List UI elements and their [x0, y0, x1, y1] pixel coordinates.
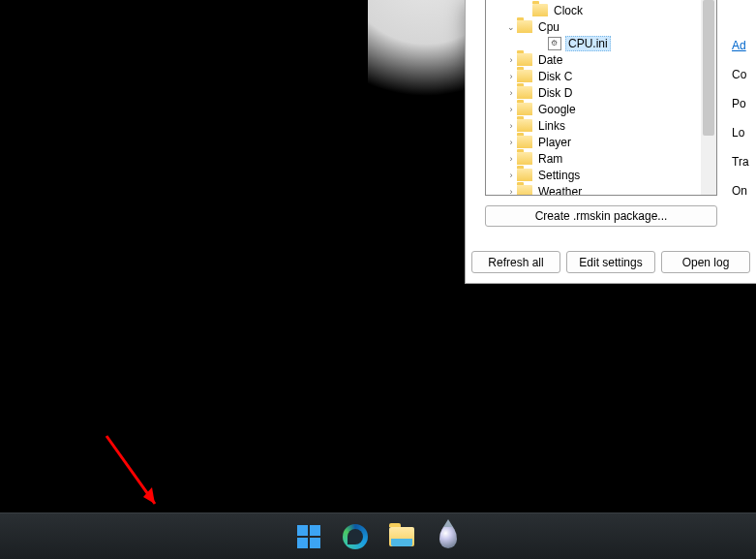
- svg-marker-1: [143, 487, 155, 504]
- tree-item-label: Weather: [536, 185, 584, 197]
- tree-item-google[interactable]: ›Google: [486, 101, 716, 117]
- folder-icon: [517, 20, 532, 33]
- annotation-arrow: [102, 431, 169, 518]
- folder-icon: [517, 152, 532, 165]
- expander-icon[interactable]: ⌄: [505, 22, 517, 32]
- tree-item-weather[interactable]: ›Weather: [486, 183, 716, 196]
- folder-icon: [517, 103, 532, 115]
- edit-settings-button[interactable]: Edit settings: [566, 251, 655, 273]
- tree-item-links[interactable]: ›Links: [486, 117, 716, 134]
- expander-icon[interactable]: ›: [505, 105, 517, 114]
- tree-item-label: Disk D: [536, 86, 574, 100]
- ini-file-icon: [548, 37, 561, 50]
- coordinates-label: Co: [732, 68, 749, 97]
- folder-icon: [517, 86, 532, 99]
- expander-icon[interactable]: ›: [505, 138, 517, 147]
- dialog-bottom-buttons: Refresh all Edit settings Open log: [471, 251, 750, 273]
- active-link-label[interactable]: Ad: [732, 39, 749, 68]
- start-button[interactable]: [289, 517, 328, 556]
- expander-icon[interactable]: ›: [505, 88, 517, 98]
- folder-icon: [517, 136, 532, 148]
- tree-item-label: Player: [536, 136, 573, 149]
- scrollbar-thumb[interactable]: [703, 0, 714, 136]
- tree-item-label: Google: [536, 103, 578, 116]
- taskbar: [0, 512, 756, 559]
- tree-item-label: Ram: [536, 152, 564, 166]
- transparency-label: Tra: [732, 155, 749, 184]
- edge-button[interactable]: [336, 517, 375, 556]
- rainmeter-button[interactable]: [429, 517, 468, 556]
- tree-item-settings[interactable]: ›Settings: [486, 167, 716, 183]
- folder-icon: [532, 4, 548, 16]
- tree-scrollbar[interactable]: [701, 0, 716, 195]
- tree-item-player[interactable]: ›Player: [486, 134, 716, 150]
- edge-icon: [343, 524, 368, 549]
- folder-icon: [517, 70, 532, 82]
- position-label: Po: [732, 97, 749, 126]
- tree-item-disk-d[interactable]: ›Disk D: [486, 84, 716, 101]
- open-log-button[interactable]: Open log: [661, 251, 750, 273]
- tree-item-label: CPU.ini: [565, 36, 611, 51]
- skins-tree-panel: Clock⌄CpuCPU.ini›Date›Disk C›Disk D›Goog…: [485, 0, 717, 196]
- file-explorer-button[interactable]: [382, 517, 421, 556]
- tree-item-label: Links: [536, 119, 567, 133]
- tree-item-cpu[interactable]: ⌄Cpu: [486, 18, 716, 35]
- expander-icon[interactable]: ›: [505, 171, 517, 180]
- svg-line-0: [106, 436, 155, 504]
- rainmeter-manage-dialog: Clock⌄CpuCPU.ini›Date›Disk C›Disk D›Goog…: [465, 0, 756, 284]
- create-rmskin-button[interactable]: Create .rmskin package...: [485, 205, 717, 227]
- skins-tree[interactable]: Clock⌄CpuCPU.ini›Date›Disk C›Disk D›Goog…: [486, 0, 716, 196]
- expander-icon[interactable]: ›: [505, 121, 517, 131]
- folder-icon: [517, 53, 532, 66]
- folder-icon: [517, 169, 532, 181]
- tree-item-label: Cpu: [536, 20, 561, 34]
- right-settings-labels: Ad Co Po Lo Tra On: [732, 39, 749, 213]
- tree-item-clock[interactable]: Clock: [486, 2, 716, 18]
- load-order-label: Lo: [732, 126, 749, 155]
- tree-item-label: Date: [536, 53, 564, 67]
- tree-item-label: Clock: [552, 4, 585, 17]
- folder-icon: [389, 527, 414, 546]
- expander-icon[interactable]: ›: [505, 187, 517, 197]
- tree-item-label: Settings: [536, 169, 582, 182]
- tree-item-disk-c[interactable]: ›Disk C: [486, 68, 716, 84]
- tree-item-ram[interactable]: ›Ram: [486, 150, 716, 167]
- on-hover-label: On: [732, 184, 749, 213]
- folder-icon: [517, 119, 532, 132]
- windows-icon: [297, 525, 320, 548]
- expander-icon[interactable]: ›: [505, 72, 517, 81]
- expander-icon[interactable]: ›: [505, 55, 517, 65]
- refresh-all-button[interactable]: Refresh all: [471, 251, 560, 273]
- tree-item-label: Disk C: [536, 70, 574, 83]
- folder-icon: [517, 185, 532, 196]
- raindrop-icon: [439, 525, 457, 548]
- tree-item-date[interactable]: ›Date: [486, 51, 716, 68]
- tree-item-cpu-ini[interactable]: CPU.ini: [486, 35, 716, 51]
- expander-icon[interactable]: ›: [505, 154, 517, 164]
